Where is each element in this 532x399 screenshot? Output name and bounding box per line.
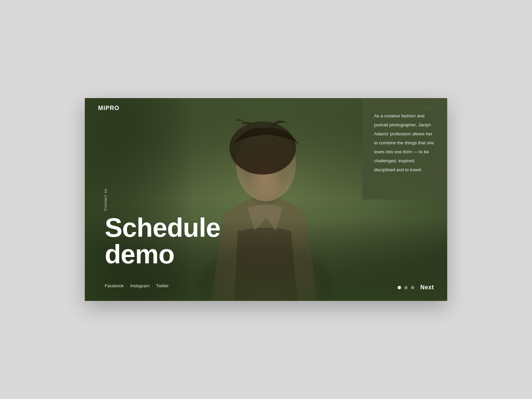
pagination-controls: Next bbox=[398, 284, 434, 291]
page-wrapper: MIPRO Contact us Schedule demo Facebook … bbox=[0, 0, 532, 399]
instagram-link[interactable]: Instagram bbox=[130, 283, 150, 288]
pagination-dot-1[interactable] bbox=[398, 286, 401, 289]
pagination-dot-2[interactable] bbox=[404, 286, 408, 289]
next-button[interactable]: Next bbox=[420, 284, 434, 291]
pagination-dot-3[interactable] bbox=[411, 286, 414, 289]
social-links: Facebook · Instagram · Twitter bbox=[105, 283, 169, 288]
social-separator-1: · bbox=[126, 283, 128, 288]
facebook-link[interactable]: Facebook bbox=[105, 283, 124, 288]
twitter-link[interactable]: Twitter bbox=[156, 283, 169, 288]
headline-line-2: demo bbox=[105, 241, 220, 268]
social-separator-2: · bbox=[152, 283, 154, 288]
headline-line-1: Schedule bbox=[105, 214, 220, 241]
main-card: MIPRO Contact us Schedule demo Facebook … bbox=[85, 98, 447, 301]
hero-headline: Schedule demo bbox=[105, 214, 220, 268]
contact-us-label[interactable]: Contact us bbox=[103, 188, 107, 211]
description-panel: As a creative fashion and portrait photo… bbox=[362, 98, 447, 200]
description-text: As a creative fashion and portrait photo… bbox=[374, 111, 436, 174]
logo: MIPRO bbox=[98, 105, 119, 112]
